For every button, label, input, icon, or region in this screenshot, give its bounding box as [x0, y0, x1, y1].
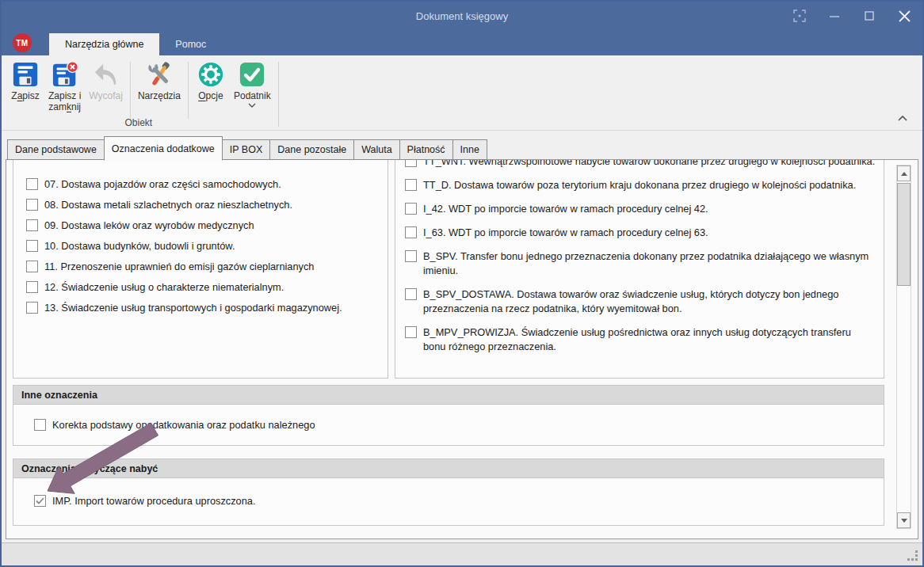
checkbox-box	[26, 199, 38, 211]
ribbon-tab-row: TM Narzędzia główne Pomoc	[2, 30, 922, 55]
save-and-close-label: Zapisz i zamknij	[48, 90, 81, 112]
checkbox-scroll-region: 07. Dostawa pojazdów oraz części samocho…	[6, 160, 918, 379]
checkbox-box	[26, 302, 38, 314]
checkbox-box	[34, 419, 46, 431]
section-body: Korekta podstawy opodatkowania oraz poda…	[13, 405, 884, 445]
vertical-scrollbar[interactable]	[896, 165, 911, 529]
checkbox-box	[405, 326, 417, 338]
tab-ip-box[interactable]: IP BOX	[222, 139, 269, 160]
checkbox-08[interactable]: 08. Dostawa metali szlachetnych oraz nie…	[26, 198, 380, 212]
taxpayer-label: Podatnik	[234, 90, 271, 101]
checkbox-b-spv-dostawa[interactable]: B_SPV_DOSTAWA. Dostawa towarów oraz świa…	[405, 287, 876, 316]
section-body: IMP. Import towarów procedura uproszczon…	[13, 478, 884, 525]
resize-grip[interactable]	[908, 551, 918, 561]
checkbox-box	[26, 261, 38, 272]
section-header: Oznaczenia dotyczące nabyć	[13, 459, 884, 478]
checkbox-10[interactable]: 10. Dostawa budynków, budowli i gruntów.	[26, 239, 380, 253]
undo-label: Wycofaj	[89, 90, 123, 101]
section-oznaczenia-nabyc: Oznaczenia dotyczące nabyć IMP. Import t…	[13, 459, 884, 526]
checkbox-box	[405, 203, 417, 215]
checkbox-korekta[interactable]: Korekta podstawy opodatkowania oraz poda…	[34, 418, 315, 432]
checkbox-box	[405, 250, 417, 262]
section-inne-oznaczenia: Inne oznaczenia Korekta podstawy opodatk…	[13, 385, 884, 446]
checkbox-box	[405, 160, 417, 167]
check-icon	[238, 60, 266, 89]
checkbox-tt-d[interactable]: TT_D. Dostawa towarów poza terytorium kr…	[405, 178, 876, 192]
checkbox-box	[405, 226, 417, 238]
app-logo[interactable]: TM	[13, 33, 32, 52]
checkbox-box	[26, 219, 38, 231]
checkbox-12[interactable]: 12. Świadczenie usług o charakterze niem…	[26, 280, 380, 295]
triangle-down-icon	[901, 519, 907, 523]
tools-icon	[145, 60, 174, 89]
tools-button[interactable]: Narzędzia	[134, 59, 185, 101]
checkbox-box	[405, 179, 417, 191]
checkbox-imp[interactable]: IMP. Import towarów procedura uproszczon…	[34, 494, 884, 508]
ribbon-separator	[188, 62, 189, 119]
ribbon-tab-narzedzia-glowne[interactable]: Narzędzia główne	[49, 33, 159, 55]
checkbox-13[interactable]: 13. Świadczenie usług transportowych i g…	[26, 301, 380, 315]
close-button[interactable]	[892, 6, 916, 25]
taxpayer-button[interactable]: Podatnik	[230, 59, 275, 108]
checkbox-box	[26, 240, 38, 252]
window-controls	[788, 2, 916, 30]
checkbox-i-63[interactable]: I_63. WDT po imporcie towarów w ramach p…	[405, 226, 876, 240]
chevron-down-icon	[248, 103, 256, 108]
collapse-ribbon-button[interactable]	[894, 111, 911, 125]
options-label: Opcje	[198, 90, 223, 101]
tab-waluta[interactable]: Waluta	[353, 139, 399, 160]
checkbox-11[interactable]: 11. Przenoszenie uprawnień do emisji gaz…	[26, 260, 380, 274]
scroll-down-button[interactable]	[897, 512, 911, 528]
status-bar	[2, 542, 922, 565]
save-icon	[11, 60, 40, 89]
tab-oznaczenia-dodatkowe[interactable]: Oznaczenia dodatkowe	[104, 136, 223, 161]
ribbon-separator	[130, 62, 131, 119]
checkbox-box-checked	[34, 495, 46, 507]
ribbon-tab-pomoc[interactable]: Pomoc	[159, 33, 222, 55]
scroll-up-button[interactable]	[897, 166, 911, 181]
app-window: Dokument księgowy TM Narzędzia główne Po…	[0, 0, 924, 567]
page-wrap: Dane podstawowe Oznaczenia dodatkowe IP …	[2, 131, 922, 539]
tab-dane-podstawowe[interactable]: Dane podstawowe	[7, 139, 104, 160]
focus-mode-icon[interactable]	[788, 6, 811, 25]
section-header: Inne oznaczenia	[13, 386, 884, 405]
checkbox-box	[405, 288, 417, 300]
checkbox-07[interactable]: 07. Dostawa pojazdów oraz części samocho…	[26, 177, 380, 192]
options-button[interactable]: Opcje	[192, 59, 230, 101]
save-close-icon	[51, 60, 79, 89]
window-title: Dokument księgowy	[2, 2, 922, 30]
maximize-button[interactable]	[857, 6, 881, 25]
tools-label: Narzędzia	[138, 90, 181, 101]
minimize-button[interactable]	[823, 6, 846, 25]
checkbox-b-spv[interactable]: B_SPV. Transfer bonu jednego przeznaczen…	[405, 249, 876, 278]
checkbox-box	[26, 178, 38, 190]
checkbox-box	[26, 281, 38, 293]
groupbox-procedury: TT_WNT. Wewnątrzwspólnotowe nabycie towa…	[395, 160, 884, 379]
ribbon-group-obiekt: Zapisz Zapisz i zamknij	[6, 55, 282, 130]
checkbox-09[interactable]: 09. Dostawa leków oraz wyrobów medycznyc…	[26, 219, 380, 233]
triangle-up-icon	[901, 172, 907, 176]
gear-icon	[197, 60, 225, 89]
document-tabstrip: Dane podstawowe Oznaczenia dodatkowe IP …	[6, 131, 918, 160]
tab-dane-pozostale[interactable]: Dane pozostałe	[269, 139, 353, 160]
undo-button[interactable]: Wycofaj	[85, 59, 127, 101]
tab-page: 07. Dostawa pojazdów oraz części samocho…	[6, 159, 918, 539]
save-button[interactable]: Zapisz	[6, 59, 44, 101]
checkbox-tt-wnt[interactable]: TT_WNT. Wewnątrzwspólnotowe nabycie towa…	[405, 160, 876, 169]
save-and-close-button[interactable]: Zapisz i zamknij	[44, 59, 85, 112]
checkbox-b-mpv-prowizja[interactable]: B_MPV_PROWIZJA. Świadczenie usług pośred…	[405, 325, 876, 354]
ribbon-group-label: Obiekt	[6, 117, 271, 128]
tab-platnosc[interactable]: Płatność	[399, 139, 452, 160]
scrollbar-thumb[interactable]	[897, 183, 911, 286]
undo-icon	[92, 60, 120, 89]
groupbox-dostawy: 07. Dostawa pojazdów oraz części samocho…	[13, 160, 388, 379]
ribbon-group-separator	[278, 62, 279, 127]
title-bar: Dokument księgowy	[2, 2, 922, 30]
ribbon: Zapisz Zapisz i zamknij	[2, 55, 922, 131]
save-label: Zapisz	[11, 90, 39, 101]
tab-inne[interactable]: Inne	[452, 139, 487, 160]
checkbox-i-42[interactable]: I_42. WDT po imporcie towarów w ramach p…	[405, 202, 876, 216]
